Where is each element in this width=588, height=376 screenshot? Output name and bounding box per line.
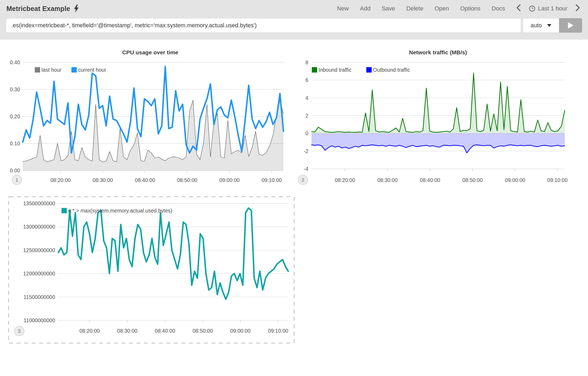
- legend: Inbound trafficOutbound traffic: [312, 67, 410, 73]
- badge-number: 2: [302, 177, 305, 183]
- play-icon: [567, 22, 574, 29]
- y-axis-label: 2: [305, 113, 308, 119]
- series-0: [312, 73, 565, 134]
- x-axis-label: 09:10:00: [547, 177, 568, 183]
- query-row: auto: [6, 18, 582, 33]
- x-axis-label: 08:20:00: [50, 177, 71, 183]
- legend-label: Outbound traffic: [373, 67, 410, 73]
- legend-swatch: [62, 208, 67, 213]
- chart-title: CPU usage over time: [122, 49, 178, 55]
- menu-item-delete[interactable]: Delete: [406, 5, 424, 12]
- menu-item-docs[interactable]: Docs: [492, 5, 505, 12]
- y-axis-label: -2: [304, 148, 308, 154]
- y-axis-label: 8: [305, 59, 308, 65]
- y-axis-label: 0.20: [10, 113, 20, 119]
- network-traffic-chart[interactable]: 86420-2-408:20:0008:30:0008:40:0008:50:0…: [293, 41, 588, 195]
- x-axis-label: 08:40:00: [155, 328, 175, 334]
- series-line: [58, 208, 288, 299]
- time-picker-label[interactable]: Last 1 hour: [538, 5, 567, 12]
- x-axis-label: 08:30:00: [377, 177, 398, 183]
- legend-label: q:* > max(system.memory.actual.used.byte…: [68, 208, 172, 214]
- x-axis: 08:20:0008:30:0008:40:0008:50:0009:00:00…: [335, 169, 568, 183]
- memory-usage-chart[interactable]: 1350000000013000000000125000000001200000…: [5, 194, 299, 349]
- x-axis-label: 08:50:00: [462, 177, 483, 183]
- time-picker[interactable]: Last 1 hour: [529, 5, 567, 12]
- legend-label: current hour: [78, 67, 106, 73]
- y-axis-label: 0: [305, 130, 308, 136]
- run-query-button[interactable]: [559, 18, 582, 33]
- x-axis-label: 08:50:00: [177, 177, 197, 183]
- interval-value: auto: [531, 22, 542, 29]
- y-axis-label: 0.10: [10, 140, 20, 146]
- y-axis-label: 11500000000: [24, 294, 55, 300]
- chart-number-badge: 3: [14, 326, 24, 336]
- cpu-usage-chart[interactable]: 0.400.300.200.100.0008:20:0008:30:0008:4…: [0, 41, 299, 195]
- y-axis-label: 13500000000: [23, 200, 55, 206]
- y-axis-label: 12000000000: [23, 271, 55, 276]
- y-axis-label: 0.40: [10, 59, 20, 65]
- x-axis-label: 09:00:00: [230, 328, 251, 334]
- x-axis-label: 08:30:00: [93, 177, 113, 183]
- series-0: [58, 208, 288, 299]
- lightning-bolt-icon: [74, 5, 79, 13]
- badge-number: 3: [18, 328, 21, 334]
- legend: last hourcurrent hour: [35, 67, 106, 73]
- timelion-query-input[interactable]: [6, 18, 521, 33]
- legend-label: Inbound traffic: [318, 67, 351, 73]
- legend-swatch: [35, 67, 40, 73]
- x-axis-label: 09:00:00: [505, 177, 525, 183]
- series-1: [312, 133, 565, 153]
- top-bar: Metricbeat Example NewAddSaveDeleteOpenO…: [0, 0, 588, 40]
- gridlines: 1350000000013000000000125000000001200000…: [23, 200, 288, 323]
- x-axis-label: 09:10:00: [262, 177, 282, 183]
- series-line: [312, 73, 565, 132]
- menu-item-save[interactable]: Save: [382, 5, 395, 12]
- y-axis-label: 0.00: [10, 168, 20, 173]
- chart-title: Network traffic (MB/s): [409, 49, 467, 55]
- badge-number: 1: [16, 177, 18, 183]
- legend-swatch: [366, 67, 372, 73]
- y-axis-label: 12500000000: [23, 247, 55, 253]
- chevron-left-icon[interactable]: [516, 4, 521, 13]
- x-axis-label: 08:20:00: [335, 177, 355, 183]
- menu-item-options[interactable]: Options: [460, 5, 481, 12]
- x-axis-label: 08:40:00: [420, 177, 440, 183]
- y-axis-label: 6: [305, 77, 308, 83]
- series-fill: [312, 73, 565, 134]
- legend-swatch: [71, 67, 77, 73]
- menu-item-new[interactable]: New: [337, 5, 349, 12]
- y-axis-label: 0.30: [10, 86, 20, 92]
- x-axis-label: 08:50:00: [193, 328, 213, 334]
- chevron-right-icon[interactable]: [575, 4, 580, 13]
- series-fill: [312, 133, 565, 153]
- menu-item-add[interactable]: Add: [360, 5, 370, 12]
- legend-label: last hour: [41, 67, 62, 73]
- x-axis: 08:20:0008:30:0008:40:0008:50:0009:00:00…: [79, 320, 288, 334]
- chart-number-badge: 1: [12, 175, 22, 185]
- y-axis-label: 11000000000: [24, 317, 55, 323]
- y-axis-label: -4: [304, 166, 308, 172]
- menu-item-open[interactable]: Open: [435, 5, 449, 12]
- legend-swatch: [312, 67, 317, 73]
- x-axis-label: 08:40:00: [135, 177, 155, 183]
- x-axis: 08:20:0008:30:0008:40:0008:50:0009:00:00…: [50, 170, 282, 183]
- clock-icon: [529, 5, 535, 12]
- legend: q:* > max(system.memory.actual.used.byte…: [62, 208, 172, 214]
- x-axis-label: 08:30:00: [117, 328, 137, 334]
- x-axis-label: 09:00:00: [219, 177, 240, 183]
- toolbar-menu: NewAddSaveDeleteOpenOptionsDocs: [337, 5, 505, 12]
- series-0: [23, 100, 283, 170]
- time-navigation: Last 1 hour: [516, 4, 580, 13]
- title-row: Metricbeat Example NewAddSaveDeleteOpenO…: [0, 0, 588, 16]
- chevron-down-icon: [547, 24, 551, 27]
- series-fill: [23, 100, 283, 170]
- chart-number-badge: 2: [298, 175, 308, 185]
- y-axis-label: 13000000000: [23, 224, 55, 230]
- interval-select[interactable]: auto: [523, 18, 559, 33]
- x-axis-label: 09:10:00: [268, 328, 288, 334]
- x-axis-label: 08:20:00: [79, 328, 100, 334]
- gridlines: 86420-2-4: [304, 59, 565, 172]
- page-title: Metricbeat Example: [6, 5, 70, 13]
- y-axis-label: 4: [305, 95, 308, 101]
